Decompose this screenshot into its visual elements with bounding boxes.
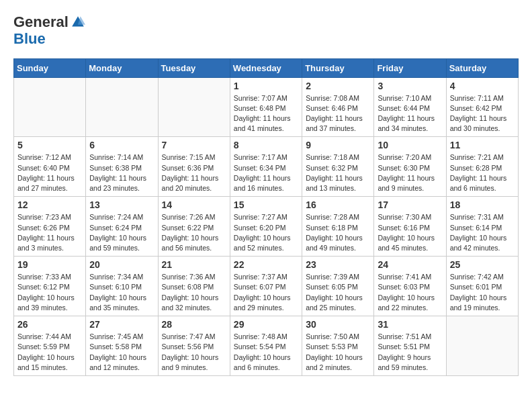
calendar-cell: 4Sunrise: 7:11 AM Sunset: 6:42 PM Daylig… [446,77,518,137]
calendar-cell: 22Sunrise: 7:37 AM Sunset: 6:07 PM Dayli… [230,257,302,316]
calendar-cell: 7Sunrise: 7:15 AM Sunset: 6:36 PM Daylig… [158,137,230,197]
day-info: Sunrise: 7:34 AM Sunset: 6:10 PM Dayligh… [89,272,154,313]
calendar-cell: 18Sunrise: 7:31 AM Sunset: 6:14 PM Dayli… [446,197,518,257]
calendar-cell: 21Sunrise: 7:36 AM Sunset: 6:08 PM Dayli… [158,257,230,316]
calendar-cell: 25Sunrise: 7:42 AM Sunset: 6:01 PM Dayli… [446,257,518,316]
calendar-cell: 12Sunrise: 7:23 AM Sunset: 6:26 PM Dayli… [14,197,86,257]
day-info: Sunrise: 7:37 AM Sunset: 6:07 PM Dayligh… [234,272,298,313]
calendar-cell: 31Sunrise: 7:51 AM Sunset: 5:51 PM Dayli… [374,316,446,376]
weekday-header-tuesday: Tuesday [158,58,230,77]
day-info: Sunrise: 7:41 AM Sunset: 6:03 PM Dayligh… [378,272,442,313]
calendar-cell [446,316,518,376]
day-number: 1 [234,81,298,91]
calendar-table: SundayMondayTuesdayWednesdayThursdayFrid… [13,58,519,376]
calendar-cell: 13Sunrise: 7:24 AM Sunset: 6:24 PM Dayli… [86,197,158,257]
day-number: 18 [450,199,515,210]
week-row-1: 1Sunrise: 7:07 AM Sunset: 6:48 PM Daylig… [14,77,519,137]
week-row-3: 12Sunrise: 7:23 AM Sunset: 6:26 PM Dayli… [14,197,519,257]
day-number: 4 [450,81,515,91]
calendar-cell: 8Sunrise: 7:17 AM Sunset: 6:34 PM Daylig… [230,137,302,197]
calendar-cell: 6Sunrise: 7:14 AM Sunset: 6:38 PM Daylig… [86,137,158,197]
calendar-cell: 17Sunrise: 7:30 AM Sunset: 6:16 PM Dayli… [374,197,446,257]
calendar-cell: 14Sunrise: 7:26 AM Sunset: 6:22 PM Dayli… [158,197,230,257]
day-number: 30 [306,319,370,330]
day-info: Sunrise: 7:21 AM Sunset: 6:28 PM Dayligh… [450,152,515,193]
day-info: Sunrise: 7:24 AM Sunset: 6:24 PM Dayligh… [89,212,154,253]
day-number: 31 [378,319,442,330]
logo-general-text: General [13,13,69,30]
calendar-cell: 9Sunrise: 7:18 AM Sunset: 6:32 PM Daylig… [302,137,374,197]
day-number: 23 [306,259,370,270]
logo-blue-text: Blue [13,30,85,47]
day-number: 29 [234,319,298,330]
weekday-header-friday: Friday [374,58,446,77]
day-number: 9 [306,140,370,150]
day-number: 24 [378,259,442,270]
day-info: Sunrise: 7:10 AM Sunset: 6:44 PM Dayligh… [378,93,442,134]
day-number: 6 [89,140,154,150]
day-number: 13 [89,199,154,210]
calendar-cell [158,77,230,137]
calendar-cell: 1Sunrise: 7:07 AM Sunset: 6:48 PM Daylig… [230,77,302,137]
calendar-cell: 16Sunrise: 7:28 AM Sunset: 6:18 PM Dayli… [302,197,374,257]
calendar-cell: 20Sunrise: 7:34 AM Sunset: 6:10 PM Dayli… [86,257,158,316]
day-number: 27 [89,319,154,330]
day-number: 3 [378,81,442,91]
calendar-cell: 23Sunrise: 7:39 AM Sunset: 6:05 PM Dayli… [302,257,374,316]
day-info: Sunrise: 7:30 AM Sunset: 6:16 PM Dayligh… [378,212,442,253]
day-info: Sunrise: 7:42 AM Sunset: 6:01 PM Dayligh… [450,272,515,313]
day-number: 11 [450,140,515,150]
day-info: Sunrise: 7:14 AM Sunset: 6:38 PM Dayligh… [89,152,154,193]
day-number: 7 [162,140,226,150]
day-number: 16 [306,199,370,210]
calendar-cell: 28Sunrise: 7:47 AM Sunset: 5:56 PM Dayli… [158,316,230,376]
calendar-cell: 30Sunrise: 7:50 AM Sunset: 5:53 PM Dayli… [302,316,374,376]
day-number: 22 [234,259,298,270]
day-info: Sunrise: 7:26 AM Sunset: 6:22 PM Dayligh… [162,212,226,253]
weekday-header-monday: Monday [86,58,158,77]
day-info: Sunrise: 7:27 AM Sunset: 6:20 PM Dayligh… [234,212,298,253]
page-header: General Blue [13,13,519,48]
day-number: 5 [17,140,82,150]
calendar-cell: 11Sunrise: 7:21 AM Sunset: 6:28 PM Dayli… [446,137,518,197]
day-info: Sunrise: 7:47 AM Sunset: 5:56 PM Dayligh… [162,332,226,373]
day-number: 20 [89,259,154,270]
logo-icon [71,15,85,30]
calendar-cell [14,77,86,137]
calendar-cell: 19Sunrise: 7:33 AM Sunset: 6:12 PM Dayli… [14,257,86,316]
day-info: Sunrise: 7:33 AM Sunset: 6:12 PM Dayligh… [17,272,82,313]
day-number: 21 [162,259,226,270]
logo: General Blue [13,13,85,48]
week-row-5: 26Sunrise: 7:44 AM Sunset: 5:59 PM Dayli… [14,316,519,376]
day-number: 2 [306,81,370,91]
weekday-header-row: SundayMondayTuesdayWednesdayThursdayFrid… [14,58,519,77]
calendar-cell: 5Sunrise: 7:12 AM Sunset: 6:40 PM Daylig… [14,137,86,197]
day-info: Sunrise: 7:18 AM Sunset: 6:32 PM Dayligh… [306,152,370,193]
day-number: 17 [378,199,442,210]
weekday-header-saturday: Saturday [446,58,518,77]
weekday-header-wednesday: Wednesday [230,58,302,77]
weekday-header-thursday: Thursday [302,58,374,77]
day-number: 25 [450,259,515,270]
day-number: 19 [17,259,82,270]
day-number: 28 [162,319,226,330]
calendar-cell: 26Sunrise: 7:44 AM Sunset: 5:59 PM Dayli… [14,316,86,376]
calendar-cell: 27Sunrise: 7:45 AM Sunset: 5:58 PM Dayli… [86,316,158,376]
day-info: Sunrise: 7:07 AM Sunset: 6:48 PM Dayligh… [234,93,298,134]
week-row-4: 19Sunrise: 7:33 AM Sunset: 6:12 PM Dayli… [14,257,519,316]
day-info: Sunrise: 7:36 AM Sunset: 6:08 PM Dayligh… [162,272,226,313]
day-number: 8 [234,140,298,150]
day-info: Sunrise: 7:44 AM Sunset: 5:59 PM Dayligh… [17,332,82,373]
day-info: Sunrise: 7:48 AM Sunset: 5:54 PM Dayligh… [234,332,298,373]
calendar-cell: 2Sunrise: 7:08 AM Sunset: 6:46 PM Daylig… [302,77,374,137]
day-info: Sunrise: 7:28 AM Sunset: 6:18 PM Dayligh… [306,212,370,253]
day-number: 14 [162,199,226,210]
calendar-cell [86,77,158,137]
day-info: Sunrise: 7:17 AM Sunset: 6:34 PM Dayligh… [234,152,298,193]
day-info: Sunrise: 7:20 AM Sunset: 6:30 PM Dayligh… [378,152,442,193]
calendar-cell: 3Sunrise: 7:10 AM Sunset: 6:44 PM Daylig… [374,77,446,137]
day-info: Sunrise: 7:11 AM Sunset: 6:42 PM Dayligh… [450,93,515,134]
day-number: 26 [17,319,82,330]
day-info: Sunrise: 7:08 AM Sunset: 6:46 PM Dayligh… [306,93,370,134]
weekday-header-sunday: Sunday [14,58,86,77]
